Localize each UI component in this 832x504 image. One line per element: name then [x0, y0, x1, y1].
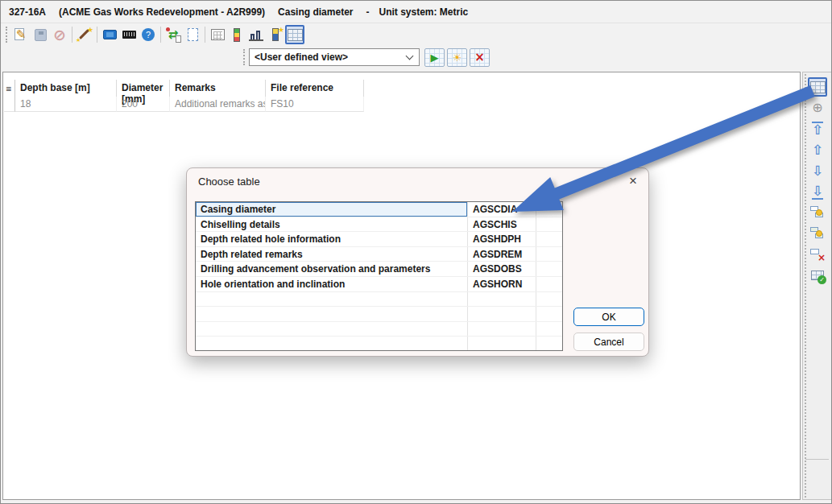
column-header-file-reference[interactable]: File reference [266, 80, 364, 97]
refresh-data-icon[interactable]: ⇄ [164, 25, 183, 44]
side-toolbar-divider [805, 459, 829, 460]
hole-id: 327-16A [9, 6, 46, 18]
apply-view-button[interactable]: ▶ [424, 48, 445, 67]
app-window: 327-16A (ACME Gas Works Redevelopment - … [0, 0, 832, 504]
cell-file-reference[interactable]: FS10 [266, 97, 364, 112]
list-item-depth-related-remarks[interactable]: Depth related remarks AGSDREM [196, 247, 562, 262]
list-item-depth-related-hole-information[interactable]: Depth related hole information AGSHDPH [196, 232, 562, 247]
view-select[interactable]: <User defined view> [249, 48, 420, 66]
delete-view-button[interactable]: × [470, 48, 490, 67]
title-dash: - [366, 6, 369, 18]
move-to-top-icon[interactable]: ⇧ [808, 119, 827, 138]
validate-table-icon[interactable]: ✓ [808, 266, 827, 285]
delete-x-icon: × [474, 52, 485, 64]
insert-row-before-icon[interactable] [808, 203, 827, 222]
toolbar-separator [160, 27, 161, 43]
toolbar-grip[interactable] [6, 27, 7, 43]
column-header-remarks[interactable]: Remarks [170, 80, 266, 97]
locate-crosshair-icon[interactable]: ⊕ [808, 98, 827, 118]
column-header-depth-base[interactable]: Depth base [m] [15, 80, 117, 97]
wizard-icon[interactable]: ★ ★ [75, 25, 94, 44]
table-view-icon[interactable] [285, 25, 304, 44]
cell-remarks[interactable]: Additional remarks as [170, 97, 266, 112]
keyboard-entry-icon[interactable] [119, 25, 139, 44]
data-grid: ≡ Depth base [m] Diameter [mm] Remarks F… [4, 80, 375, 112]
active-table-name: Casing diameter [278, 6, 353, 18]
form-view-icon[interactable] [208, 25, 227, 44]
row-selector[interactable] [4, 97, 15, 112]
screen-preview-icon[interactable] [100, 25, 119, 44]
edit-record-icon[interactable]: ✎ [11, 25, 31, 44]
cancel-entry-icon[interactable]: ⊘ [50, 25, 69, 44]
empty-row [196, 292, 562, 308]
chart-view-icon[interactable] [246, 25, 266, 44]
table-row: 18 200 Additional remarks as FS10 [4, 97, 375, 112]
row-selector-header[interactable]: ≡ [4, 80, 15, 97]
column-header-diameter[interactable]: Diameter [mm] [117, 80, 170, 97]
title-bar: 327-16A (ACME Gas Works Redevelopment - … [1, 1, 831, 23]
log-column-view-icon[interactable]: ★ [266, 25, 285, 44]
dialog-title: Choose table [198, 176, 260, 188]
insert-row-after-icon[interactable] [808, 224, 827, 243]
toolbar-separator [205, 27, 205, 43]
list-item-drilling-advancement[interactable]: Drilling advancement observation and par… [196, 262, 562, 277]
view-toolbar: <User defined view> ▶ ☀ × [240, 46, 492, 68]
depth-column-view-icon[interactable] [227, 25, 246, 44]
list-item-chiselling-details[interactable]: Chiselling details AGSCHIS [196, 217, 562, 233]
ok-button[interactable]: OK [573, 308, 644, 326]
empty-row [196, 337, 562, 351]
new-page-icon[interactable] [183, 25, 202, 44]
move-down-icon[interactable]: ⇩ [808, 161, 827, 180]
pencil-glyph: ✎ [16, 29, 27, 41]
close-icon[interactable]: × [629, 173, 637, 189]
empty-row [196, 307, 562, 322]
view-toolbar-grip[interactable] [243, 49, 245, 65]
row-menu-icon: ≡ [6, 85, 12, 93]
toolbar-separator [97, 27, 97, 43]
chevron-down-icon [406, 52, 414, 60]
table-list: Casing diameter AGSCDIA Chiselling detai… [195, 201, 563, 351]
help-icon[interactable]: ? [139, 25, 158, 44]
list-item-casing-diameter[interactable]: Casing diameter AGSCDIA [196, 202, 562, 217]
move-to-bottom-icon[interactable]: ⇩ [808, 182, 827, 201]
save-icon[interactable] [31, 25, 50, 44]
play-icon: ▶ [431, 52, 439, 63]
table-view-side-icon[interactable] [808, 77, 827, 97]
new-view-button[interactable]: ☀ [447, 48, 467, 67]
toolbar-separator [72, 27, 72, 43]
grid-header-row: ≡ Depth base [m] Diameter [mm] Remarks F… [4, 80, 375, 97]
cell-diameter[interactable]: 200 [117, 97, 170, 112]
choose-table-dialog: Choose table × Casing diameter AGSCDIA C… [186, 167, 649, 357]
delete-row-icon[interactable]: × [808, 245, 827, 264]
side-toolbar: ⊕ ⇧ ⇧ ⇩ ⇩ × [802, 72, 832, 500]
project-name: (ACME Gas Works Redevelopment - A2R999) [59, 6, 265, 18]
side-toolbar-grip[interactable] [805, 74, 806, 498]
unit-system: Unit system: Metric [379, 6, 468, 18]
list-item-hole-orientation[interactable]: Hole orientation and inclination AGSHORN [196, 277, 562, 292]
empty-row [196, 322, 562, 337]
main-toolbar: ✎ ⊘ ★ ★ ? ⇄ [2, 23, 800, 46]
cancel-button[interactable]: Cancel [573, 333, 644, 351]
sun-icon: ☀ [453, 52, 462, 63]
view-select-value: <User defined view> [255, 52, 348, 63]
cell-depth-base[interactable]: 18 [15, 97, 117, 112]
move-up-icon[interactable]: ⇧ [808, 140, 827, 159]
